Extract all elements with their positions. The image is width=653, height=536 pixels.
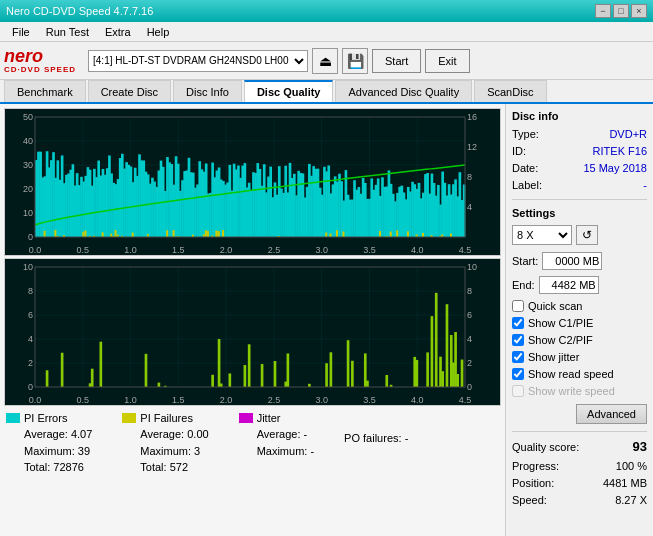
tab-create-disc[interactable]: Create Disc: [88, 80, 171, 102]
app-logo: nero CD·DVD SPEED: [4, 47, 76, 74]
disc-label-row: Label: -: [512, 179, 647, 191]
end-mb-row: End:: [512, 276, 647, 294]
start-button[interactable]: Start: [372, 49, 421, 73]
top-chart: [4, 108, 501, 256]
drive-selector[interactable]: [4:1] HL-DT-ST DVDRAM GH24NSD0 LH00: [88, 50, 308, 72]
speed-value: 8.27 X: [615, 494, 647, 506]
tab-disc-quality[interactable]: Disc Quality: [244, 80, 334, 102]
pi-failures-color: [122, 413, 136, 423]
progress-label: Progress:: [512, 460, 559, 472]
disc-type-row: Type: DVD+R: [512, 128, 647, 140]
show-jitter-row: Show jitter: [512, 351, 647, 363]
save-icon[interactable]: 💾: [342, 48, 368, 74]
disc-date-label: Date:: [512, 162, 538, 174]
pi-failures-maximum: Maximum: 3: [140, 443, 208, 460]
quality-score-value: 93: [633, 439, 647, 454]
show-write-speed-checkbox[interactable]: [512, 385, 524, 397]
menu-help[interactable]: Help: [139, 24, 178, 40]
divider-2: [512, 431, 647, 432]
chart-area: PI Errors Average: 4.07 Maximum: 39 Tota…: [0, 104, 505, 536]
quick-scan-label: Quick scan: [528, 300, 582, 312]
speed-selector[interactable]: 8 X: [512, 225, 572, 245]
show-read-speed-row: Show read speed: [512, 368, 647, 380]
progress-row: Progress: 100 %: [512, 460, 647, 472]
maximize-button[interactable]: □: [613, 4, 629, 18]
start-mb-row: Start:: [512, 252, 647, 270]
disc-type-label: Type:: [512, 128, 539, 140]
legend-jitter: Jitter Average: - Maximum: -: [239, 412, 314, 476]
title-bar-controls: − □ ×: [595, 4, 647, 18]
legend-po-failures: PO failures: -: [344, 412, 408, 476]
show-c1pie-row: Show C1/PIE: [512, 317, 647, 329]
disc-date-value: 15 May 2018: [583, 162, 647, 174]
disc-id-row: ID: RITEK F16: [512, 145, 647, 157]
title-bar-title: Nero CD-DVD Speed 4.7.7.16: [6, 5, 153, 17]
start-label: Start:: [512, 255, 538, 267]
legend-pi-errors: PI Errors Average: 4.07 Maximum: 39 Tota…: [6, 412, 92, 476]
tab-benchmark[interactable]: Benchmark: [4, 80, 86, 102]
menu-file[interactable]: File: [4, 24, 38, 40]
show-read-speed-checkbox[interactable]: [512, 368, 524, 380]
jitter-maximum: Maximum: -: [257, 443, 314, 460]
pi-failures-total: Total: 572: [140, 459, 208, 476]
show-c2pif-checkbox[interactable]: [512, 334, 524, 346]
menu-extra[interactable]: Extra: [97, 24, 139, 40]
pi-errors-color: [6, 413, 20, 423]
tab-advanced-disc-quality[interactable]: Advanced Disc Quality: [335, 80, 472, 102]
show-c1pie-label: Show C1/PIE: [528, 317, 593, 329]
pi-errors-average: Average: 4.07: [24, 426, 92, 443]
start-input[interactable]: [542, 252, 602, 270]
menu-bar: File Run Test Extra Help: [0, 22, 653, 42]
quick-scan-row: Quick scan: [512, 300, 647, 312]
menu-run-test[interactable]: Run Test: [38, 24, 97, 40]
show-c2pif-label: Show C2/PIF: [528, 334, 593, 346]
show-write-speed-row: Show write speed: [512, 385, 647, 397]
position-label: Position:: [512, 477, 554, 489]
jitter-color: [239, 413, 253, 423]
tab-scandisc[interactable]: ScanDisc: [474, 80, 546, 102]
toolbar: nero CD·DVD SPEED [4:1] HL-DT-ST DVDRAM …: [0, 42, 653, 80]
position-value: 4481 MB: [603, 477, 647, 489]
speed-row: 8 X ↺: [512, 225, 647, 245]
pi-failures-label: PI Failures: [140, 412, 193, 424]
position-row: Position: 4481 MB: [512, 477, 647, 489]
show-read-speed-label: Show read speed: [528, 368, 614, 380]
tab-bar: Benchmark Create Disc Disc Info Disc Qua…: [0, 80, 653, 104]
title-bar: Nero CD-DVD Speed 4.7.7.16 − □ ×: [0, 0, 653, 22]
tab-disc-info[interactable]: Disc Info: [173, 80, 242, 102]
pi-errors-label: PI Errors: [24, 412, 67, 424]
quality-score-label: Quality score:: [512, 441, 579, 453]
end-label: End:: [512, 279, 535, 291]
legend-pi-failures: PI Failures Average: 0.00 Maximum: 3 Tot…: [122, 412, 208, 476]
jitter-label: Jitter: [257, 412, 281, 424]
right-panel: Disc info Type: DVD+R ID: RITEK F16 Date…: [505, 104, 653, 536]
minimize-button[interactable]: −: [595, 4, 611, 18]
show-jitter-label: Show jitter: [528, 351, 579, 363]
quality-score-row: Quality score: 93: [512, 439, 647, 454]
disc-label-label: Label:: [512, 179, 542, 191]
disc-info-title: Disc info: [512, 110, 647, 122]
main-content: PI Errors Average: 4.07 Maximum: 39 Tota…: [0, 104, 653, 536]
logo-subtitle: CD·DVD SPEED: [4, 65, 76, 74]
jitter-average: Average: -: [257, 426, 314, 443]
close-button[interactable]: ×: [631, 4, 647, 18]
logo-text: nero: [4, 47, 76, 65]
quick-scan-checkbox[interactable]: [512, 300, 524, 312]
show-c2pif-row: Show C2/PIF: [512, 334, 647, 346]
refresh-button[interactable]: ↺: [576, 225, 598, 245]
exit-button[interactable]: Exit: [425, 49, 469, 73]
disc-date-row: Date: 15 May 2018: [512, 162, 647, 174]
pi-errors-maximum: Maximum: 39: [24, 443, 92, 460]
eject-icon[interactable]: ⏏: [312, 48, 338, 74]
show-write-speed-label: Show write speed: [528, 385, 615, 397]
disc-type-value: DVD+R: [609, 128, 647, 140]
pi-failures-average: Average: 0.00: [140, 426, 208, 443]
show-c1pie-checkbox[interactable]: [512, 317, 524, 329]
disc-label-value: -: [643, 179, 647, 191]
end-input[interactable]: [539, 276, 599, 294]
speed-row-2: Speed: 8.27 X: [512, 494, 647, 506]
settings-title: Settings: [512, 207, 647, 219]
show-jitter-checkbox[interactable]: [512, 351, 524, 363]
advanced-button[interactable]: Advanced: [576, 404, 647, 424]
bottom-chart: [4, 258, 501, 406]
